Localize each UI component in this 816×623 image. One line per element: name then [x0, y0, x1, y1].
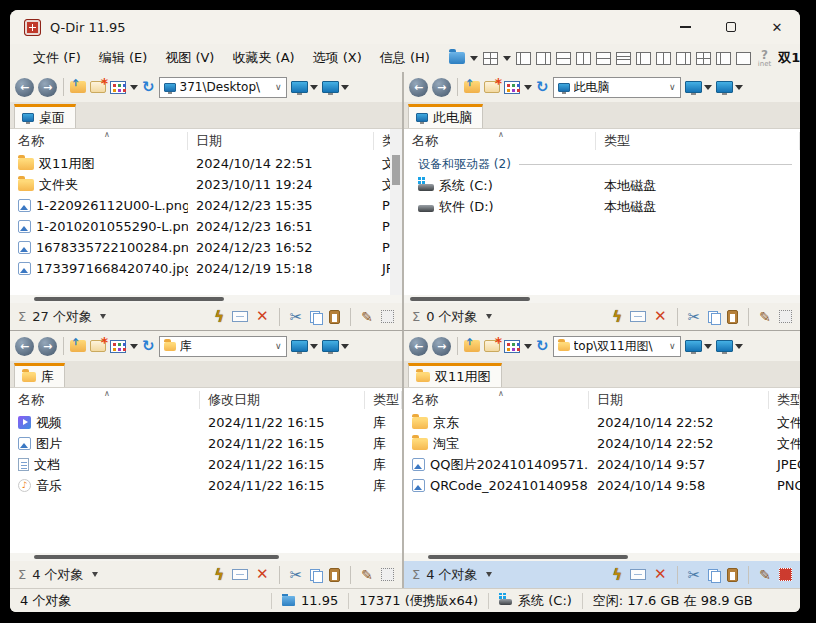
rename-icon[interactable]: [232, 569, 248, 580]
object-count[interactable]: 4 个对象: [32, 566, 83, 584]
layout-option-icon[interactable]: [656, 52, 671, 65]
quick-action-icon[interactable]: ϟ: [214, 308, 224, 326]
forward-button[interactable]: →: [38, 78, 57, 97]
copy-icon[interactable]: [708, 569, 719, 581]
inet-help-icon[interactable]: ? inet: [758, 49, 771, 68]
select-mode-icon[interactable]: [381, 310, 394, 323]
table-row[interactable]: 淘宝 2024/10/14 22:52 文件夹: [404, 433, 800, 454]
new-folder-button[interactable]: [484, 81, 500, 93]
table-row[interactable]: 软件 (D:) 本地磁盘: [404, 196, 800, 217]
scrollbar-thumb[interactable]: [428, 555, 628, 559]
new-folder-button[interactable]: [484, 340, 500, 352]
paste-icon[interactable]: [727, 568, 738, 582]
object-count[interactable]: 27 个对象: [32, 308, 92, 326]
column-header-name[interactable]: 名称: [10, 132, 188, 150]
quick-action-icon[interactable]: ϟ: [612, 308, 622, 326]
group-header[interactable]: 设备和驱动器 (2): [404, 153, 800, 175]
rename-icon[interactable]: [630, 311, 646, 322]
tab-desktop[interactable]: 桌面: [14, 104, 76, 128]
table-row[interactable]: 文档 2024/11/22 16:15 库: [10, 454, 402, 475]
address-combobox[interactable]: 371\Desktop\ ∨: [159, 77, 287, 98]
edit-icon[interactable]: ✎: [361, 309, 373, 325]
object-count[interactable]: 0 个对象: [426, 308, 477, 326]
pane-color-button[interactable]: [291, 340, 318, 352]
copy-icon[interactable]: [310, 311, 321, 323]
forward-button[interactable]: →: [38, 337, 57, 356]
chevron-down-icon[interactable]: [100, 314, 106, 319]
address-combobox[interactable]: top\双11用图\ ∨: [553, 336, 681, 357]
table-row[interactable]: 双11用图 2024/10/14 22:51 文件夹: [10, 153, 402, 174]
select-mode-icon[interactable]: [381, 568, 394, 581]
edit-icon[interactable]: ✎: [759, 567, 771, 583]
edit-icon[interactable]: ✎: [361, 567, 373, 583]
horizontal-scrollbar[interactable]: [10, 295, 402, 303]
vertical-scrollbar[interactable]: [390, 129, 402, 295]
chevron-down-icon[interactable]: [524, 344, 532, 349]
refresh-button[interactable]: ↻: [536, 339, 549, 354]
table-row[interactable]: 系统 (C:) 本地磁盘: [404, 175, 800, 196]
pane-select-button[interactable]: [716, 340, 743, 352]
layout-option-icon[interactable]: [716, 52, 731, 65]
chevron-down-icon[interactable]: [486, 572, 492, 577]
up-folder-button[interactable]: [464, 340, 480, 352]
forward-button[interactable]: →: [432, 78, 451, 97]
back-button[interactable]: ←: [409, 337, 428, 356]
scrollbar-thumb[interactable]: [392, 155, 400, 185]
table-row[interactable]: QRCode_202410140958... 2024/10/14 9:58 P…: [404, 475, 800, 496]
copy-icon[interactable]: [310, 569, 321, 581]
layout-option-icon[interactable]: [536, 52, 551, 65]
layout-option-icon[interactable]: [636, 52, 651, 65]
chevron-down-icon[interactable]: [524, 85, 532, 90]
layout-option-icon[interactable]: [556, 52, 571, 65]
chevron-down-icon[interactable]: [503, 56, 511, 61]
menu-file[interactable]: 文件 (F): [24, 46, 90, 70]
column-header-date[interactable]: 日期: [188, 132, 374, 150]
refresh-button[interactable]: ↻: [536, 80, 549, 95]
column-header-type[interactable]: 类型: [365, 391, 402, 409]
up-folder-button[interactable]: [464, 81, 480, 93]
pane-select-button[interactable]: [322, 81, 349, 93]
chevron-down-icon[interactable]: [130, 85, 138, 90]
column-header-type[interactable]: 类型: [596, 132, 800, 150]
favorite-shortcut[interactable]: 双11用图: [778, 49, 800, 67]
up-folder-button[interactable]: [70, 81, 86, 93]
table-row[interactable]: 视频 2024/11/22 16:15 库: [10, 412, 402, 433]
quick-action-icon[interactable]: ϟ: [214, 566, 224, 584]
layout-option-icon[interactable]: [616, 52, 631, 65]
layout-option-icon[interactable]: [576, 52, 591, 65]
new-folder-button[interactable]: [90, 81, 106, 93]
close-button[interactable]: ✕: [754, 10, 800, 44]
layout-grid-icon[interactable]: [483, 52, 498, 65]
paste-icon[interactable]: [329, 568, 340, 582]
back-button[interactable]: ←: [15, 337, 34, 356]
layout-option-icon[interactable]: [696, 52, 711, 65]
horizontal-scrollbar[interactable]: [404, 553, 800, 561]
copy-icon[interactable]: [708, 311, 719, 323]
horizontal-scrollbar[interactable]: [404, 295, 800, 303]
table-row[interactable]: 图片 2024/11/22 16:15 库: [10, 433, 402, 454]
layout-option-icon[interactable]: [736, 52, 751, 65]
view-mode-button[interactable]: [110, 81, 126, 94]
cut-icon[interactable]: ✂: [688, 308, 701, 326]
delete-icon[interactable]: ✕: [654, 309, 667, 324]
pane-select-button[interactable]: [716, 81, 743, 93]
new-folder-button[interactable]: [90, 340, 106, 352]
layout-option-icon[interactable]: [676, 52, 691, 65]
layout-option-icon[interactable]: [516, 52, 531, 65]
address-combobox[interactable]: 此电脑 ∨: [553, 77, 681, 98]
chevron-down-icon[interactable]: [470, 56, 478, 61]
address-combobox[interactable]: 库 ∨: [159, 336, 287, 357]
horizontal-scrollbar[interactable]: [10, 553, 402, 561]
scrollbar-thumb[interactable]: [34, 555, 279, 559]
view-mode-button[interactable]: [504, 81, 520, 94]
rename-icon[interactable]: [232, 311, 248, 322]
minimize-button[interactable]: [662, 10, 708, 44]
delete-icon[interactable]: ✕: [654, 567, 667, 582]
scrollbar-thumb[interactable]: [410, 297, 530, 301]
view-mode-button[interactable]: [110, 340, 126, 353]
quick-action-icon[interactable]: ϟ: [612, 566, 622, 584]
menu-edit[interactable]: 编辑 (E): [90, 46, 157, 70]
paste-icon[interactable]: [329, 310, 340, 324]
folder-actions-icon[interactable]: [449, 52, 465, 64]
menu-view[interactable]: 视图 (V): [156, 46, 223, 70]
